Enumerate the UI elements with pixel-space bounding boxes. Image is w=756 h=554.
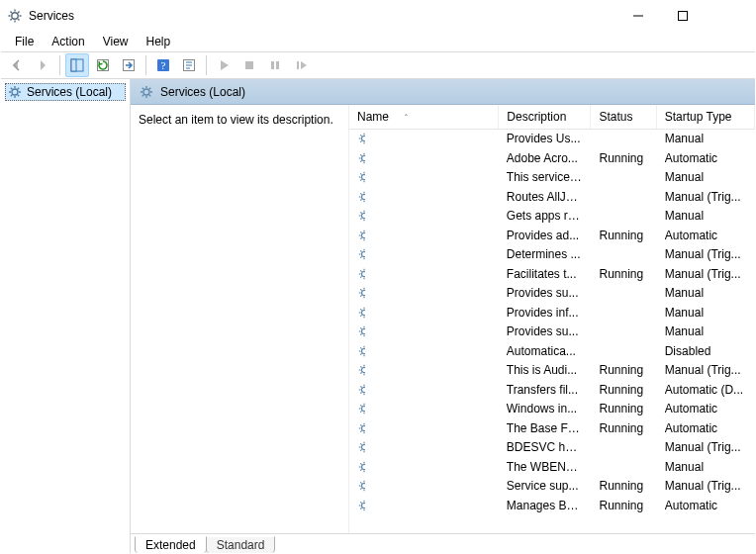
service-description-cell: Provides inf... [499, 303, 591, 323]
table-row[interactable]: Application Layer Gateway ...Provides su… [349, 284, 755, 304]
service-description-cell: Facilitates t... [499, 264, 591, 284]
service-name-cell[interactable]: Auto Time Zone Updater [349, 341, 366, 361]
service-status-cell [591, 168, 656, 188]
service-name-cell[interactable]: Bluetooth Driver Managem... [349, 496, 366, 515]
service-name-cell[interactable]: AllJoyn Router Service [349, 187, 366, 207]
service-name-cell[interactable]: Bluetooth Audio Gateway S... [349, 477, 366, 497]
export-list-button[interactable] [117, 53, 141, 77]
table-row[interactable]: AVCTP serviceThis is Audi...RunningManua… [349, 361, 755, 381]
service-name-cell[interactable]: AppX Deployment Service (... [349, 303, 366, 323]
nav-root-item[interactable]: Services (Local) [5, 83, 126, 101]
service-status-cell: Running [591, 400, 656, 419]
service-name-cell[interactable]: Application Information [349, 264, 366, 284]
service-name-cell[interactable]: Base Filtering Engine [349, 418, 366, 438]
service-description-cell: This is Audi... [499, 361, 591, 381]
table-row[interactable]: BitLocker Drive Encryption ...BDESVC hos… [349, 438, 755, 458]
service-description-cell: Gets apps re... [499, 207, 591, 227]
service-startup-cell: Automatic [656, 148, 754, 168]
service-name-cell[interactable]: Background Intelligent Tran... [349, 380, 366, 400]
col-header-status[interactable]: Status [591, 105, 656, 129]
table-row[interactable]: AppX Deployment Service (...Provides inf… [349, 303, 755, 323]
gear-icon [7, 84, 23, 100]
service-status-cell [591, 438, 656, 458]
tab-standard[interactable]: Standard [206, 536, 276, 553]
service-name-cell[interactable]: Background Tasks Infrastru... [349, 400, 366, 419]
service-status-cell [591, 323, 656, 342]
service-status-cell [591, 341, 656, 361]
show-hide-tree-button[interactable] [65, 53, 89, 77]
stop-service-button [237, 53, 261, 77]
tab-extended[interactable]: Extended [135, 536, 207, 553]
menu-file[interactable]: File [7, 33, 42, 50]
nav-pane[interactable]: Services (Local) [1, 79, 131, 553]
table-row[interactable]: Base Filtering EngineThe Base Fil...Runn… [349, 418, 755, 438]
svg-point-32 [362, 464, 366, 469]
table-row[interactable]: Bluetooth Audio Gateway S...Service sup.… [349, 477, 755, 497]
back-button [5, 53, 29, 77]
service-startup-cell: Automatic [656, 226, 754, 245]
table-row[interactable]: Application IdentityDetermines ...Manual… [349, 245, 755, 265]
service-name-cell[interactable]: Adobe Acrobat Update Serv... [349, 148, 366, 168]
maximize-button[interactable] [660, 2, 705, 30]
service-description-cell: Service sup... [499, 477, 591, 497]
refresh-button[interactable] [91, 53, 115, 77]
service-table[interactable]: Nameˆ Description Status Startup Type Ac… [349, 105, 755, 515]
svg-point-19 [362, 214, 366, 219]
table-row[interactable]: Auto Time Zone UpdaterAutomatica...Disab… [349, 341, 755, 361]
properties-button[interactable] [177, 53, 201, 77]
table-row[interactable]: Application InformationFacilitates t...R… [349, 264, 755, 284]
service-list-wrap: Nameˆ Description Status Startup Type Ac… [348, 105, 755, 533]
service-name-cell[interactable]: BitLocker Drive Encryption ... [349, 438, 366, 458]
body-split: Services (Local) Services (Local) Select… [1, 79, 755, 553]
table-row[interactable]: Background Tasks Infrastru...Windows in.… [349, 400, 755, 419]
service-description-cell: Provides Us... [499, 129, 591, 148]
table-row[interactable]: Adobe Flash Player Update ...This servic… [349, 168, 755, 188]
table-row[interactable]: ASP.NET State ServiceProvides su...Manua… [349, 323, 755, 342]
help-button[interactable]: ? [151, 53, 175, 77]
svg-point-28 [362, 387, 366, 392]
service-name-cell[interactable]: Block Level Backup Engine ... [349, 457, 366, 477]
service-status-cell [591, 129, 656, 148]
menu-action[interactable]: Action [44, 33, 92, 50]
table-row[interactable]: Bluetooth Driver Managem...Manages BT...… [349, 496, 755, 515]
table-row[interactable]: Background Intelligent Tran...Transfers … [349, 380, 755, 400]
table-header-row: Nameˆ Description Status Startup Type [349, 105, 755, 129]
service-name-cell[interactable]: Application Layer Gateway ... [349, 284, 366, 304]
table-row[interactable]: Application Host Helper Ser...Provides a… [349, 226, 755, 245]
col-header-description[interactable]: Description [499, 105, 591, 129]
svg-point-13 [12, 89, 18, 95]
table-row[interactable]: App ReadinessGets apps re...Manual [349, 207, 755, 227]
col-header-startup[interactable]: Startup Type [656, 105, 754, 129]
table-row[interactable]: AllJoyn Router ServiceRoutes AllJo...Man… [349, 187, 755, 207]
service-name-cell[interactable]: Application Identity [349, 245, 366, 265]
service-list-scroll[interactable]: Nameˆ Description Status Startup Type Ac… [349, 105, 755, 533]
service-status-cell: Running [591, 361, 656, 381]
service-name-cell[interactable]: Application Host Helper Ser... [349, 226, 366, 245]
service-name-cell[interactable]: ActiveX Installer (AxInstSV) [349, 130, 366, 149]
service-description-cell: Windows in... [499, 400, 591, 419]
menu-help[interactable]: Help [139, 33, 179, 50]
service-status-cell [591, 457, 656, 477]
service-name-cell[interactable]: App Readiness [349, 207, 366, 227]
toolbar-separator [145, 55, 146, 75]
service-name-cell[interactable]: AVCTP service [349, 361, 366, 381]
content-header-title: Services (Local) [160, 85, 245, 99]
toolbar-separator [59, 55, 60, 75]
gear-icon [357, 286, 366, 300]
table-row[interactable]: Adobe Acrobat Update Serv...Adobe Acro..… [349, 148, 755, 168]
minimize-button[interactable] [615, 2, 660, 30]
table-row[interactable]: Block Level Backup Engine ...The WBENG..… [349, 457, 755, 477]
service-description-cell: This service ... [499, 168, 591, 188]
service-name-cell[interactable]: Adobe Flash Player Update ... [349, 168, 366, 188]
service-status-cell: Running [591, 477, 656, 497]
table-row[interactable]: ActiveX Installer (AxInstSV)Provides Us.… [349, 129, 755, 148]
menu-view[interactable]: View [95, 33, 137, 50]
toolbar-separator [206, 55, 207, 75]
col-header-name[interactable]: Nameˆ [349, 105, 499, 129]
service-status-cell [591, 245, 656, 265]
restart-service-button [289, 53, 313, 77]
service-startup-cell: Manual (Trig... [656, 361, 754, 381]
service-name-cell[interactable]: ASP.NET State Service [349, 323, 366, 342]
window-controls [615, 2, 749, 30]
svg-point-27 [362, 368, 366, 373]
